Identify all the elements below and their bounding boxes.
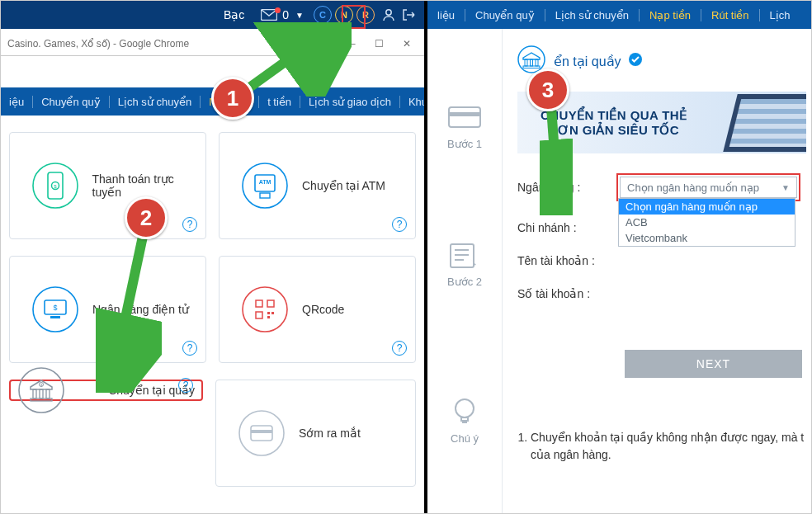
svg-rect-32	[449, 112, 480, 116]
nav-item-transfer[interactable]: Chuyển quỹ	[32, 96, 109, 108]
phone-money-icon: $	[31, 162, 79, 210]
deposit-methods: $ Thanh toán trực tuyến ? ATM Chuyển tại…	[1, 116, 424, 512]
mail-icon[interactable]	[261, 9, 277, 21]
check-icon	[628, 52, 643, 71]
card-online-payment[interactable]: $ Thanh toán trực tuyến ?	[9, 132, 206, 239]
svg-rect-25	[31, 398, 52, 401]
svg-rect-9	[260, 193, 270, 198]
next-button-label: NEXT	[696, 357, 730, 370]
nav-item-history[interactable]: Lịch sử chuyển	[545, 9, 639, 21]
arrow-1	[240, 22, 352, 97]
maximize-button[interactable]: ☐	[367, 38, 392, 50]
nav-item-history[interactable]: Lịch sử chuyển	[109, 96, 200, 108]
svg-rect-15	[256, 300, 262, 307]
nav-item[interactable]: liệu	[427, 9, 465, 21]
step-label: Bước 2	[447, 276, 482, 288]
bulb-icon	[451, 397, 479, 432]
badge-c-icon[interactable]: C	[314, 6, 332, 24]
nav-item-withdraw[interactable]: t tiền	[258, 96, 300, 108]
svg-point-14	[243, 287, 287, 332]
svg-point-6	[243, 163, 287, 208]
nav-item[interactable]: iệu	[1, 96, 32, 108]
label-accno: Số tài khoản :	[517, 287, 616, 300]
option-placeholder[interactable]: Chọn ngân hàng muốn nạp	[619, 199, 795, 215]
nav-item-promo[interactable]: Khuyến mã	[399, 96, 424, 108]
nav-item-transfer[interactable]: Chuyển quỹ	[465, 9, 545, 21]
right-nav: liệu Chuyển quỹ Lịch sử chuyển Nạp tiền …	[427, 1, 812, 29]
svg-rect-13	[50, 316, 60, 318]
logout-icon[interactable]	[401, 7, 416, 22]
step-badge-2: 2	[125, 196, 168, 239]
svg-rect-19	[271, 312, 274, 314]
next-button[interactable]: NEXT	[625, 350, 802, 378]
mail-notification-dot	[275, 7, 281, 13]
rank-label: Bạc	[224, 8, 244, 21]
step-label: Bước 1	[447, 138, 482, 150]
option-vietcombank[interactable]: Vietcombank	[619, 230, 795, 246]
card-atm[interactable]: ATM Chuyển tại ATM ?	[219, 132, 416, 239]
nav-item-txhistory[interactable]: Lịch sử giao dịch	[300, 96, 399, 108]
svg-rect-31	[449, 107, 480, 127]
step-1: Bước 1	[427, 103, 502, 150]
help-icon[interactable]: ?	[182, 341, 197, 356]
svg-rect-18	[267, 312, 270, 314]
svg-rect-22	[33, 389, 36, 398]
form-step-icon	[446, 241, 484, 271]
svg-rect-23	[40, 389, 43, 398]
svg-rect-41	[536, 59, 538, 66]
step-badge-3: 3	[526, 68, 569, 111]
dropdown-caret-icon[interactable]: ▼	[295, 11, 304, 20]
monitor-money-icon: $	[31, 285, 79, 333]
card-label: Chuyển tại ATM	[302, 179, 385, 192]
tutorial-stage: Bạc 0 ▼ C N R Casino. Games, Xổ số) - Go…	[0, 0, 812, 514]
svg-text:ATM: ATM	[259, 179, 271, 185]
page-title: ển tại quầy	[554, 54, 621, 69]
highlight-box-select: Chọn ngân hàng muốn nạp ▼	[616, 173, 800, 201]
note-list: Chuyển khoản tại quầy không nhận được ng…	[511, 429, 805, 464]
svg-rect-24	[46, 389, 50, 398]
help-icon[interactable]: ?	[392, 341, 407, 356]
mail-count: 0	[282, 8, 289, 21]
card-step-icon	[446, 103, 484, 133]
select-placeholder: Chọn ngân hàng muốn nạp	[627, 182, 759, 194]
card-coming-soon: Sớm ra mắt	[215, 380, 416, 487]
left-panel: Bạc 0 ▼ C N R Casino. Games, Xổ số) - Go…	[1, 1, 424, 513]
svg-point-21	[19, 368, 64, 413]
svg-rect-30	[251, 430, 272, 433]
bank-select[interactable]: Chọn ngân hàng muốn nạp ▼	[620, 177, 797, 198]
help-icon[interactable]: ?	[178, 378, 193, 393]
card-label: QRcode	[302, 303, 344, 316]
account-topbar: Bạc 0 ▼ C N R	[1, 1, 424, 29]
svg-line-46	[551, 107, 558, 199]
svg-rect-42	[523, 66, 540, 68]
card-label: Sớm ra mắt	[299, 427, 361, 440]
svg-rect-16	[267, 300, 274, 307]
nav-item-withdraw[interactable]: Rút tiền	[701, 9, 759, 21]
svg-rect-40	[531, 59, 533, 66]
nav-item[interactable]: Lịch	[759, 9, 800, 21]
banner-mock-icon	[723, 94, 806, 152]
svg-text:$: $	[53, 304, 57, 312]
right-body: Bước 1 Bước 2 Chú ý	[427, 29, 812, 513]
label-branch: Chi nhánh :	[517, 221, 616, 234]
option-acb[interactable]: ACB	[619, 215, 795, 230]
close-button[interactable]: ✕	[394, 38, 419, 50]
window-title: Casino. Games, Xổ số) - Google Chrome	[7, 38, 189, 50]
step-note: Chú ý	[427, 397, 502, 445]
svg-point-1	[386, 10, 391, 15]
row-accname: Tên tài khoản :	[517, 254, 806, 267]
svg-point-37	[456, 399, 474, 417]
help-icon[interactable]: ?	[392, 217, 407, 232]
svg-line-44	[248, 29, 331, 88]
note-item: Chuyển khoản tại quầy không nhận được ng…	[531, 429, 805, 464]
card-grey-icon	[238, 409, 286, 457]
chevron-down-icon: ▼	[781, 183, 790, 192]
user-icon[interactable]	[381, 7, 396, 22]
label-accname: Tên tài khoản :	[517, 254, 616, 267]
help-icon[interactable]: ?	[182, 217, 197, 232]
card-qrcode[interactable]: QRcode ?	[219, 256, 416, 363]
svg-line-45	[114, 233, 144, 372]
chrome-titlebar: Casino. Games, Xổ số) - Google Chrome ─ …	[1, 29, 424, 56]
nav-item-deposit[interactable]: Nạp tiền	[639, 9, 701, 21]
qr-icon	[241, 285, 289, 333]
